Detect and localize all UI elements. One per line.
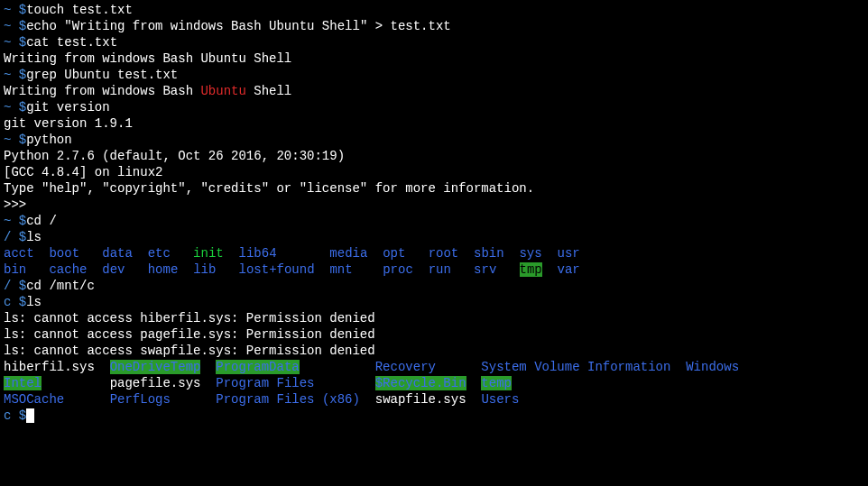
output-line: Type "help", "copyright", "credits" or "…	[4, 180, 864, 197]
command-text: touch test.txt	[26, 3, 133, 17]
prompt: ~ $	[4, 100, 26, 115]
command-text: cat test.txt	[26, 35, 117, 50]
command-text: python	[26, 133, 71, 147]
grep-match-before: Writing from windows Bash	[4, 84, 200, 98]
command-line: / $ls	[4, 229, 864, 245]
dir-entry: Windows	[686, 360, 739, 374]
sticky-dir-entry: tmp	[520, 262, 542, 277]
prompt: ~ $	[4, 214, 26, 228]
output-line: git version 1.9.1	[4, 115, 864, 132]
dir-entry: dev	[102, 262, 125, 277]
dir-entry: cache	[49, 262, 87, 277]
command-line: ~ $cat test.txt	[4, 34, 864, 50]
dir-entry: boot	[49, 246, 79, 261]
ls-output-row: hiberfil.sys OneDriveTemp ProgramData Re…	[4, 359, 864, 375]
dir-entry: Recovery	[375, 360, 436, 374]
dir-entry: var	[558, 262, 580, 277]
ls-output-row: bin cache dev home lib lost+found mnt pr…	[4, 261, 864, 278]
dir-entry: acct	[4, 246, 34, 261]
file-entry: hiberfil.sys	[4, 360, 95, 374]
python-prompt: >>>	[4, 197, 864, 213]
dir-entry: root	[429, 246, 459, 261]
dir-entry: srv	[474, 262, 496, 277]
error-line: ls: cannot access swapfile.sys: Permissi…	[4, 343, 864, 359]
special-dir-entry: OneDriveTemp	[110, 360, 201, 374]
dir-entry: home	[148, 262, 179, 277]
dir-entry: Users	[481, 392, 519, 407]
dir-entry: mnt	[329, 262, 352, 277]
prompt: ~ $	[4, 3, 26, 17]
dir-entry: sbin	[474, 246, 504, 261]
dir-entry: PerfLogs	[110, 392, 171, 407]
ls-output-row: MSOCache PerfLogs Program Files (x86) sw…	[4, 391, 864, 408]
command-line: ~ $git version	[4, 99, 864, 115]
dir-entry: etc	[148, 246, 171, 261]
current-prompt-line[interactable]: c $	[4, 408, 864, 424]
output-line: Python 2.7.6 (default, Oct 26 2016, 20:3…	[4, 148, 864, 164]
exec-entry: init	[193, 246, 224, 261]
grep-output: Writing from windows Bash Ubuntu Shell	[4, 83, 864, 99]
prompt: ~ $	[4, 35, 26, 50]
dir-entry: usr	[558, 246, 580, 261]
dir-entry: lib	[193, 262, 216, 277]
output-line: [GCC 4.8.4] on linux2	[4, 164, 864, 180]
prompt: c $	[4, 295, 26, 309]
command-line: ~ $echo "Writing from windows Bash Ubunt…	[4, 18, 864, 34]
command-text: grep Ubuntu test.txt	[26, 68, 178, 82]
special-dir-entry: $Recycle.Bin	[375, 376, 466, 390]
ls-output-row: Intel pagefile.sys Program Files $Recycl…	[4, 375, 864, 391]
dir-entry: opt	[383, 246, 405, 261]
dir-entry: run	[429, 262, 451, 277]
error-line: ls: cannot access hiberfil.sys: Permissi…	[4, 310, 864, 326]
dir-entry: sys	[519, 246, 541, 261]
grep-match-after: Shell	[246, 84, 291, 98]
command-line: ~ $touch test.txt	[4, 2, 864, 18]
ls-output-row: acct boot data etc init lib64 media opt …	[4, 245, 864, 261]
dir-entry: proc	[383, 262, 413, 277]
command-line: c $ls	[4, 294, 864, 310]
dir-entry: Program Files (x86)	[216, 392, 360, 407]
dir-entry: System Volume Information	[481, 360, 670, 374]
special-dir-entry: ProgramData	[216, 360, 299, 374]
error-line: ls: cannot access pagefile.sys: Permissi…	[4, 326, 864, 343]
dir-entry: bin	[4, 262, 26, 277]
dir-entry: lib64	[239, 246, 277, 261]
command-text: ls	[26, 295, 42, 309]
grep-match-highlight: Ubuntu	[200, 84, 245, 98]
command-line: / $cd /mnt/c	[4, 278, 864, 294]
file-entry: pagefile.sys	[110, 376, 201, 390]
command-line: ~ $cd /	[4, 213, 864, 229]
prompt: ~ $	[4, 19, 26, 33]
command-text: echo "Writing from windows Bash Ubuntu S…	[26, 19, 450, 33]
special-dir-entry: Intel	[4, 376, 42, 390]
dir-entry: media	[329, 246, 367, 261]
cursor	[26, 408, 33, 423]
dir-entry: Program Files	[216, 376, 314, 390]
dir-entry: lost+found	[239, 262, 315, 277]
prompt: ~ $	[4, 133, 26, 147]
command-line: ~ $grep Ubuntu test.txt	[4, 67, 864, 83]
command-text: ls	[26, 230, 42, 244]
prompt: / $	[4, 279, 26, 293]
terminal-output[interactable]: ~ $touch test.txt ~ $echo "Writing from …	[0, 0, 868, 426]
output-line: Writing from windows Bash Ubuntu Shell	[4, 50, 864, 67]
command-text: cd /mnt/c	[26, 279, 95, 293]
command-text: git version	[26, 100, 109, 115]
dir-entry: data	[102, 246, 133, 261]
prompt: c $	[4, 408, 26, 423]
special-dir-entry: temp	[481, 376, 512, 390]
dir-entry: MSOCache	[4, 392, 64, 407]
command-text: cd /	[26, 214, 57, 228]
prompt: ~ $	[4, 68, 26, 82]
file-entry: swapfile.sys	[375, 392, 466, 407]
command-line: ~ $python	[4, 132, 864, 148]
prompt: / $	[4, 230, 26, 244]
